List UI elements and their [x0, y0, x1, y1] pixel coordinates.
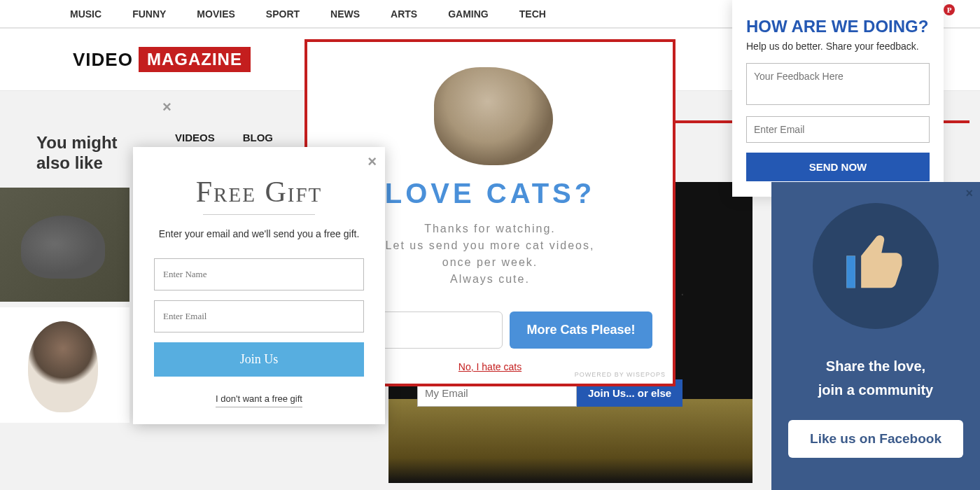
- secondary-nav: VIDEOS BLOG: [175, 132, 273, 144]
- close-icon[interactable]: ×: [162, 98, 172, 116]
- related-thumb-1[interactable]: [0, 188, 130, 302]
- sidebar: You might also like: [0, 119, 130, 428]
- secnav-blog[interactable]: BLOG: [243, 132, 273, 144]
- gift-email-input[interactable]: [154, 300, 364, 332]
- feedback-send-button[interactable]: SEND NOW: [746, 153, 930, 181]
- nav-arts[interactable]: ARTS: [391, 8, 417, 20]
- facebook-text: Share the love, join a community: [788, 354, 963, 402]
- gift-optout-link[interactable]: I don't want a free gift: [216, 393, 302, 407]
- related-thumb-2[interactable]: [0, 307, 130, 423]
- nav-funny[interactable]: FUNNY: [132, 8, 166, 20]
- divider: [203, 214, 315, 215]
- logo-video: VIDEO: [73, 49, 133, 71]
- nav-sport[interactable]: SPORT: [266, 8, 300, 20]
- sidebar-heading: You might also like: [0, 119, 130, 188]
- cats-submit-button[interactable]: More Cats Please!: [510, 312, 652, 349]
- nav-news[interactable]: NEWS: [330, 8, 360, 20]
- gift-name-input[interactable]: [154, 258, 364, 290]
- close-icon[interactable]: ×: [965, 186, 973, 201]
- feedback-title: HOW ARE WE DOING?: [746, 17, 930, 36]
- facebook-like-button[interactable]: Like us on Facebook: [788, 420, 963, 458]
- popup-facebook: × Share the love, join a community Like …: [771, 182, 980, 490]
- close-icon[interactable]: ×: [368, 153, 377, 171]
- clipped-text: .: [680, 283, 685, 299]
- cats-optout-link[interactable]: No, I hate cats: [458, 361, 522, 372]
- svg-rect-0: [846, 256, 855, 288]
- powered-by: POWERED BY WISEPOPS: [575, 371, 666, 378]
- gift-subtitle: Enter your email and we'll send you a fr…: [154, 227, 364, 241]
- feedback-textarea[interactable]: [746, 63, 930, 105]
- nav-gaming[interactable]: GAMING: [448, 8, 489, 20]
- secnav-videos[interactable]: VIDEOS: [175, 132, 215, 144]
- cat-image: [413, 53, 567, 172]
- feedback-subtitle: Help us do better. Share your feedback.: [746, 41, 930, 52]
- nav-tech[interactable]: TECH: [519, 8, 546, 20]
- logo-magazine: MAGAZINE: [139, 47, 251, 72]
- thumbs-up-icon: [813, 203, 939, 329]
- pinterest-icon[interactable]: P: [944, 4, 955, 15]
- feedback-email-input[interactable]: [746, 116, 930, 143]
- nav-music[interactable]: MUSIC: [70, 8, 102, 20]
- gift-join-button[interactable]: Join Us: [154, 342, 364, 377]
- gift-title: Free Gift: [154, 175, 364, 209]
- popup-free-gift: × Free Gift Enter your email and we'll s…: [133, 147, 385, 424]
- nav-movies[interactable]: MOVIES: [197, 8, 234, 20]
- popup-feedback: HOW ARE WE DOING? Help us do better. Sha…: [732, 0, 944, 197]
